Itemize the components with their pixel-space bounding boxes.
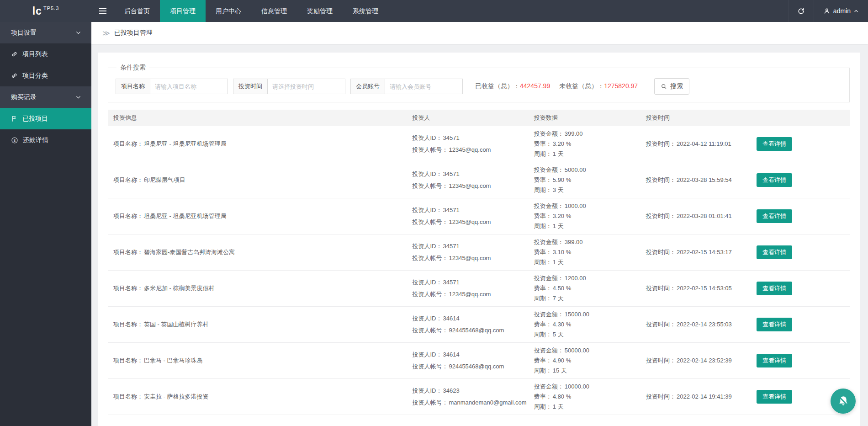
- header-invest-info: 投资信息: [108, 114, 407, 122]
- invest-time-label: 投资时间：: [646, 249, 676, 256]
- top-menu-item-5[interactable]: 奖励管理: [297, 0, 343, 22]
- investor-id-label: 投资人ID：: [412, 243, 442, 250]
- member-account-input[interactable]: [385, 79, 463, 94]
- invest-cycle: 周期：1 天: [534, 221, 640, 231]
- top-menu-item-3[interactable]: 用户中心: [206, 0, 251, 22]
- invest-amount-value: 1200.00: [565, 275, 586, 282]
- investor-id-value: 34571: [443, 243, 459, 250]
- invest-cycle-value: 5 天: [553, 331, 564, 338]
- invest-time-label: 投资时间：: [646, 213, 676, 219]
- invest-time-label: 投资时间：: [646, 140, 676, 147]
- invest-time-input[interactable]: [267, 79, 345, 94]
- main-area: ≫ 已投项目管理 条件搜索 项目名称 投资时间 会员账号: [91, 22, 868, 426]
- view-detail-button[interactable]: 查看详情: [757, 318, 792, 331]
- project-name-label: 项目名称：: [113, 321, 143, 328]
- sidebar-item-project-category[interactable]: 项目分类: [0, 65, 91, 86]
- header-investor: 投资人: [407, 114, 528, 122]
- table-header: 投资信息 投资人 投资数据 投资时间: [108, 110, 850, 126]
- view-detail-button[interactable]: 查看详情: [757, 209, 792, 223]
- notifications-float-button[interactable]: [831, 389, 856, 414]
- chevrons-right-icon: ≫: [102, 29, 110, 37]
- view-detail-button[interactable]: 查看详情: [757, 282, 792, 295]
- earned-total: 已收益（总）：442457.99: [475, 82, 550, 91]
- sidebar-item-invested-projects[interactable]: 已投项目: [0, 108, 91, 129]
- cell-actions: 查看详情: [751, 137, 850, 151]
- sidebar-item-project-list[interactable]: 项目列表: [0, 43, 91, 65]
- invest-amount-value: 50000.00: [565, 347, 589, 354]
- view-detail-button[interactable]: 查看详情: [757, 137, 792, 151]
- top-menu-item-6[interactable]: 系统管理: [343, 0, 388, 22]
- sidebar-toggle-hamburger-icon[interactable]: [91, 0, 114, 22]
- invest-cycle: 周期：15 天: [534, 366, 640, 376]
- top-menu-item-4[interactable]: 信息管理: [251, 0, 297, 22]
- cell-project-name: 项目名称：坦桑尼亚 - 坦桑尼亚机场管理局: [108, 212, 407, 220]
- totals: 已收益（总）：442457.99 未收益（总）：1275820.97: [475, 82, 647, 91]
- earned-total-label: 已收益（总）：: [475, 82, 520, 90]
- invest-cycle-label: 周期：: [534, 331, 552, 338]
- invest-rate-value: 3.20 %: [553, 213, 571, 219]
- cell-invest-data: 投资金额：399.00费率：3.10 %周期：1 天: [529, 237, 640, 267]
- search-button[interactable]: 搜索: [654, 78, 689, 95]
- sidebar-item-repayment-details[interactable]: $还款详情: [0, 129, 91, 151]
- invest-time: 投资时间：2022-02-14 19:41:39: [646, 393, 751, 401]
- invest-cycle-value: 15 天: [553, 367, 567, 374]
- invest-time-value: 2022-03-28 01:01:41: [677, 213, 732, 219]
- top-menu-item-1[interactable]: 后台首页: [114, 0, 160, 22]
- invest-rate: 费率：4.80 %: [534, 392, 640, 402]
- invest-rate: 费率：3.20 %: [534, 211, 640, 221]
- sidebar-item-label: 项目列表: [22, 50, 48, 59]
- project-name-value: 多米尼加 - 棕榈美景度假村: [144, 285, 215, 292]
- invest-time: 投资时间：2022-04-12 11:19:01: [646, 140, 751, 148]
- project-name-input[interactable]: [150, 79, 228, 94]
- invest-time-value: 2022-03-28 15:59:54: [677, 176, 732, 183]
- invest-cycle-value: 1 天: [553, 150, 564, 157]
- link-icon: [11, 72, 18, 79]
- cell-investor: 投资人ID：34614投资人帐号：924455468@qq.com: [407, 349, 528, 373]
- sidebar: 项目设置项目列表项目分类购买记录已投项目$还款详情: [0, 22, 91, 426]
- project-name-label: 项目名称: [116, 79, 150, 94]
- investor-account-value: 12345@qq.com: [449, 146, 491, 153]
- invest-amount: 投资金额：5000.00: [534, 165, 640, 175]
- cell-project-name: 项目名称：安圭拉 - 萨格拉多港投资: [108, 393, 407, 401]
- cell-actions: 查看详情: [751, 209, 850, 223]
- view-detail-button[interactable]: 查看详情: [757, 173, 792, 187]
- cell-investor: 投资人ID：34571投资人帐号：12345@qq.com: [407, 240, 528, 264]
- cell-invest-time: 投资时间：2022-03-28 15:59:54: [640, 176, 751, 184]
- top-menu-item-2[interactable]: 项目管理: [160, 0, 206, 22]
- cell-project-name: 项目名称：坦桑尼亚 - 坦桑尼亚机场管理局: [108, 140, 407, 148]
- investor-id-label: 投资人ID：: [412, 315, 442, 322]
- user-dropdown[interactable]: admin: [814, 0, 868, 22]
- invest-cycle: 周期：7 天: [534, 293, 640, 304]
- cell-investor: 投资人ID：34614投资人帐号：924455468@qq.com: [407, 313, 528, 336]
- invest-rate-value: 5.90 %: [553, 176, 571, 183]
- investor-account: 投资人帐号：12345@qq.com: [412, 252, 528, 264]
- earned-total-value: 442457.99: [520, 82, 550, 90]
- sidebar-group-purchase-records[interactable]: 购买记录: [0, 86, 91, 108]
- view-detail-button[interactable]: 查看详情: [757, 245, 792, 259]
- refresh-button[interactable]: [788, 0, 814, 22]
- table-body: 项目名称：坦桑尼亚 - 坦桑尼亚机场管理局投资人ID：34571投资人帐号：12…: [108, 126, 850, 426]
- table-row: 项目名称：多米尼加 - 棕榈美景度假村投资人ID：34571投资人帐号：1234…: [108, 271, 850, 307]
- invest-rate-label: 费率：: [534, 393, 552, 400]
- cell-invest-time: 投资时间：2022-02-14 23:52:39: [640, 357, 751, 365]
- view-detail-button[interactable]: 查看详情: [757, 390, 792, 404]
- invest-time: 投资时间：2022-03-28 01:01:41: [646, 212, 751, 220]
- header-invest-time: 投资时间: [640, 114, 751, 122]
- invest-time-value: 2022-02-14 23:52:39: [677, 357, 732, 364]
- project-name-label: 项目名称：: [113, 176, 143, 183]
- cell-actions: 查看详情: [751, 245, 850, 259]
- invest-rate: 费率：3.10 %: [534, 247, 640, 257]
- investor-account-label: 投资人帐号：: [412, 363, 448, 370]
- investor-account-value: 12345@qq.com: [449, 218, 491, 225]
- table-row: 项目名称：印尼煤层气项目投资人ID：34571投资人帐号：12345@qq.co…: [108, 162, 850, 198]
- invest-cycle: 周期：3 天: [534, 185, 640, 195]
- project-name-label: 项目名称：: [113, 140, 143, 147]
- sidebar-group-project-settings[interactable]: 项目设置: [0, 22, 91, 43]
- investor-account-label: 投资人帐号：: [412, 146, 448, 153]
- view-detail-button[interactable]: 查看详情: [757, 354, 792, 367]
- member-account-label: 会员账号: [350, 79, 385, 94]
- invest-cycle-value: 7 天: [553, 295, 564, 302]
- bell-off-icon: [837, 395, 850, 408]
- panel: 条件搜索 项目名称 投资时间 会员账号 已收益（总）：: [98, 53, 860, 426]
- invest-rate-label: 费率：: [534, 285, 552, 292]
